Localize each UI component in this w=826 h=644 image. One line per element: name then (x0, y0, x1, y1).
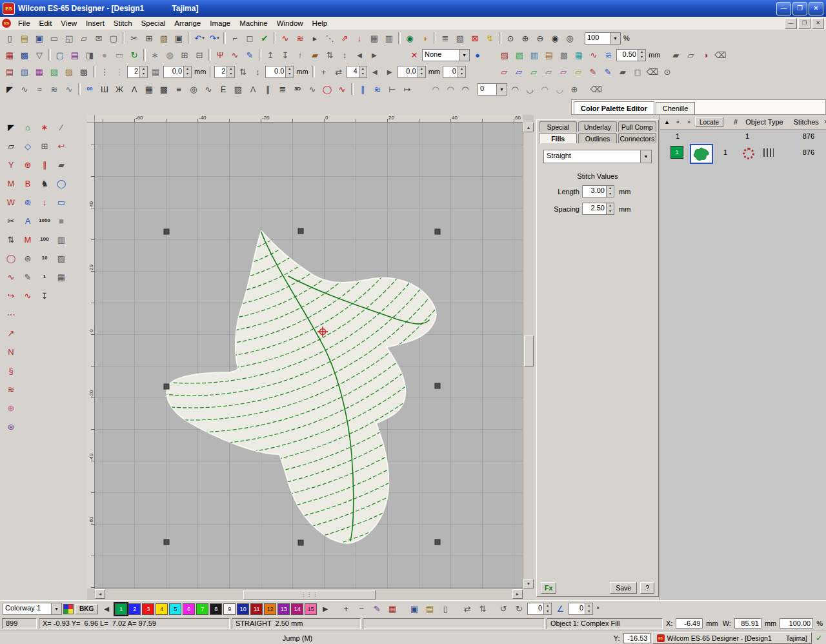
design-properties-icon[interactable]: ≣ (438, 32, 452, 45)
scroll-right-arrow[interactable]: ► (512, 589, 523, 599)
back-one-icon[interactable]: ◄ (352, 48, 367, 62)
pencil-red-icon[interactable]: ✎ (586, 65, 600, 79)
horizontal-scrollbar[interactable]: ◄ ⋮⋮⋮ ► (95, 589, 523, 599)
color-swatch-15[interactable]: 15 (305, 603, 317, 615)
open-design-icon[interactable]: ▤ (17, 32, 32, 45)
select-pointer-icon[interactable]: ◤ (3, 83, 17, 96)
tab-pull-comp[interactable]: Pull Comp (618, 121, 656, 132)
angle-spin[interactable]: 0▴▾ (443, 66, 466, 78)
template-2-icon[interactable]: ▱ (512, 65, 526, 79)
color-swatch-10[interactable]: 10 (237, 603, 249, 615)
fabric-5-icon[interactable]: ▨ (62, 65, 76, 79)
line-fill-icon[interactable]: ≣ (276, 83, 290, 96)
mdi-minimize-button[interactable]: — (785, 18, 797, 29)
ripple-icon[interactable]: ≋ (370, 83, 385, 96)
rectangle-shape-tool[interactable]: ▭ (54, 195, 68, 209)
color-object-icon[interactable]: ◑ (418, 32, 432, 45)
bridge-up-icon[interactable]: ◠ (538, 83, 552, 96)
selection-handle[interactable] (298, 540, 303, 545)
template-6-icon[interactable]: ▱ (571, 65, 585, 79)
current-color-combo[interactable]: None▾ (422, 49, 470, 61)
pull-comp-red-icon[interactable]: ∿ (587, 48, 601, 62)
freehand-pen-tool[interactable]: ✎ (21, 270, 35, 284)
print-preview-icon[interactable]: ◱ (62, 32, 76, 45)
digitize-shape-tool[interactable]: ⌂ (21, 120, 35, 134)
zigzag-run-tool[interactable]: ∿ (4, 270, 18, 284)
double-run-icon[interactable]: 00 (83, 83, 97, 96)
end-design-tool[interactable]: ↧ (37, 288, 52, 303)
fx-button[interactable]: Fx (541, 582, 556, 594)
template-3-icon[interactable]: ▱ (527, 65, 541, 79)
arch-up-icon[interactable]: ◠ (508, 83, 522, 96)
template-4-icon[interactable]: ▱ (541, 65, 556, 79)
spring-stitch-tool[interactable]: § (4, 363, 18, 377)
spiral-stitch-icon[interactable]: ◎ (186, 83, 201, 96)
remove-color-icon[interactable]: − (354, 602, 368, 616)
menu-machine[interactable]: Machine (235, 18, 272, 28)
open-colorway-icon[interactable]: ▤ (423, 602, 437, 616)
color-swatch-14[interactable]: 14 (291, 603, 303, 615)
palette-scroll-right-icon[interactable]: ► (318, 602, 332, 616)
menu-special[interactable]: Special (137, 18, 170, 28)
tab-fills[interactable]: Fills (539, 133, 577, 143)
globe-effect-icon[interactable]: ⊕ (567, 83, 581, 96)
scroll-left-arrow[interactable]: ◄ (95, 589, 105, 599)
array-icon[interactable]: ⊞ (177, 48, 192, 62)
color-swatch-6[interactable]: 6 (183, 603, 195, 615)
selection-handle[interactable] (164, 229, 169, 234)
contour-stitch-icon[interactable]: ≡ (172, 83, 186, 96)
jump-stitch-icon[interactable]: ⇗ (337, 32, 352, 45)
cross-stitch-icon[interactable]: ▦ (142, 83, 156, 96)
reshape-tool[interactable]: Y (4, 157, 18, 172)
gear-tool[interactable]: ⊛ (21, 251, 35, 265)
close-panel-icon[interactable]: ✕ (821, 117, 826, 127)
satin-stitch-icon[interactable]: Ш (97, 83, 112, 96)
mdi-close-button[interactable]: ✕ (812, 18, 824, 29)
row-stretch-icon[interactable]: ↕ (250, 65, 265, 79)
colorway-combo[interactable]: Colorway 1▾ (3, 603, 62, 615)
selection-handle[interactable] (435, 539, 440, 545)
fabric-2-icon[interactable]: ▥ (17, 65, 32, 79)
scroll-up-arrow[interactable]: ▲ (523, 123, 534, 132)
zoom-out-icon[interactable]: ⊖ (533, 32, 547, 45)
globe-digitize-tool[interactable]: ⊚ (21, 195, 35, 209)
tab-outlines[interactable]: Outlines (578, 133, 616, 143)
e-stitch-icon[interactable]: Ε (216, 83, 230, 96)
applique-icon[interactable]: ◯ (320, 83, 334, 96)
freehand-icon[interactable]: ∿ (335, 83, 349, 96)
raise-object-icon[interactable]: ↥ (263, 48, 277, 62)
density-down-icon[interactable]: ⋮ (112, 65, 126, 79)
menu-arrange[interactable]: Arrange (170, 18, 205, 28)
leaf-shape[interactable] (166, 231, 436, 543)
branching-icon[interactable]: Ψ (213, 48, 227, 62)
closed-object-tool[interactable]: W (4, 195, 18, 209)
arch-down-icon[interactable]: ◡ (523, 83, 537, 96)
step-back-icon[interactable]: ◄ (368, 65, 382, 79)
add-color-icon[interactable]: + (339, 602, 353, 616)
flexi-split-icon[interactable]: ∥ (356, 83, 370, 96)
row-spacing-spin[interactable]: 0.0▴▾ (265, 66, 294, 78)
stretch-icon[interactable]: ↕ (337, 48, 352, 62)
dock-prev-icon[interactable]: « (673, 117, 683, 127)
zoom-1to1-icon[interactable]: ◉ (548, 32, 562, 45)
rotate-angle-spin[interactable]: 0▴▾ (527, 603, 552, 615)
color-swatch-12[interactable]: 12 (264, 603, 276, 615)
penetration-tool[interactable]: ⋯ (4, 307, 18, 321)
wave-run-tool[interactable]: ≋ (4, 382, 18, 396)
save-design-icon[interactable]: ▣ (32, 32, 46, 45)
gray-block-tool[interactable]: ■ (54, 214, 68, 228)
dome-2-icon[interactable]: ◠ (443, 83, 458, 96)
dome-1-icon[interactable]: ◠ (428, 83, 443, 96)
rotate-ccw-icon[interactable]: ↺ (496, 602, 510, 616)
wave-4-icon[interactable]: ∿ (62, 83, 76, 96)
star-fill-icon[interactable]: ∗ (148, 48, 162, 62)
rotate-cw-icon[interactable]: ↻ (512, 602, 526, 616)
ellipse-run-tool[interactable]: ◯ (4, 251, 18, 265)
ellipse-shape-tool[interactable]: ◯ (54, 176, 68, 190)
wave-fill-icon[interactable]: ∿ (201, 83, 216, 96)
row-swap-icon[interactable]: ⇅ (236, 65, 250, 79)
select-object-tool[interactable]: ◤ (4, 120, 18, 134)
fill-type-combo[interactable]: Straight ▾ (543, 150, 652, 163)
swap-icon[interactable]: ⇅ (323, 48, 337, 62)
colorway-mixer-icon[interactable] (63, 604, 74, 614)
